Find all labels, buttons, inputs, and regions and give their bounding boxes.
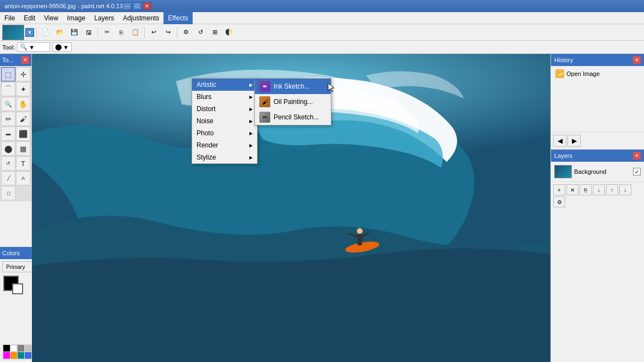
title-bar: anton-repponen-99506.jpg - paint.net 4.0… [0,0,644,12]
settings-button[interactable]: ⚙ [179,26,193,39]
palette-orange[interactable] [10,352,17,359]
distort-arrow: ▶ [249,107,253,112]
tool-gradient[interactable]: ▦ [16,141,30,156]
pencil-sketch-label: Pencil Sketch... [274,113,319,121]
tool-magic-wand[interactable]: ✦ [16,82,30,96]
tool-rectangle-select[interactable]: ⬚ [1,67,15,81]
layers-panel-header: Layers ✕ [551,150,644,162]
toolbar-extra: ⚙ ↺ ⊞ 🌓 [179,26,236,39]
tool-fill[interactable]: ⬤ [1,141,15,156]
toolbox-close-button[interactable]: ✕ [21,56,29,64]
tool-text[interactable]: T [16,156,30,171]
history-close-button[interactable]: ✕ [633,56,641,64]
toolbar-separator [36,27,37,38]
close-button[interactable]: ✕ [143,2,151,10]
menu-item-artistic[interactable]: Artistic ▶ [192,79,257,91]
undo-history-button[interactable]: ◀ [553,135,566,147]
delete-layer-button[interactable]: ✕ [566,184,578,195]
layer-properties-button[interactable]: ⚙ [553,196,565,207]
move-layer-down-button[interactable]: ↓ [619,184,631,195]
palette-silver[interactable] [25,345,31,352]
menu-item-stylize[interactable]: Stylize ▶ [192,151,257,163]
menu-item-distort[interactable]: Distort ▶ [192,103,257,115]
refresh-button[interactable]: ↺ [194,26,207,39]
tool-line[interactable]: ╱ [1,171,15,185]
tool-selector[interactable]: 🔍 ▼ [17,42,50,52]
layer-visibility-check[interactable]: ✓ [633,168,641,175]
tool-move[interactable]: ✛ [16,67,30,81]
save-button[interactable]: 💾 [68,26,81,39]
tool-shapes[interactable]: A [16,171,30,185]
palette-white[interactable] [10,345,17,352]
toolbar-separator-2 [97,27,98,38]
add-layer-button[interactable]: + [553,184,565,195]
menu-image[interactable]: Image [63,12,90,24]
history-panel: History ✕ 📂 Open Image ◀ ▶ [551,54,644,150]
palette-gray[interactable] [18,345,24,352]
menu-effects[interactable]: Effects [163,12,192,24]
color-adj-button[interactable]: 🌓 [222,26,236,39]
current-tool-dropdown[interactable]: ▼ [29,44,35,51]
submenu-oil-painting[interactable]: 🖌 Oil Painting... [255,94,331,109]
redo-button[interactable]: ↪ [161,26,174,39]
palette-fuchsia[interactable] [3,352,10,359]
tool-lasso[interactable]: ⌒ [1,82,15,96]
menu-file[interactable]: File [0,12,19,24]
color-swatches [3,276,19,291]
copy-button[interactable]: ⎘ [114,26,128,39]
dropdown-arrow[interactable]: ▼ [25,28,34,37]
palette-royalblue[interactable] [25,352,31,359]
tool-size-dropdown[interactable]: ▼ [63,44,69,51]
palette-black[interactable] [3,345,10,352]
tool-pan[interactable]: ✋ [16,97,30,111]
redo-history-button[interactable]: ▶ [567,135,581,147]
tool-paintbrush[interactable]: 🖌 [16,112,30,126]
save-all-button[interactable]: 🖫 [82,26,95,39]
tool-selection-shapes[interactable]: ◻ [1,186,15,200]
history-item-label: Open Image [566,70,600,77]
new-button[interactable]: 📄 [39,26,52,39]
palette-darkcyan[interactable] [18,352,24,359]
submenu-ink-sketch[interactable]: ✒ Ink Sketch... [255,79,331,94]
tool-recolor[interactable]: ↺ [1,156,15,171]
photo-arrow: ▶ [249,131,253,136]
secondary-swatch[interactable] [12,283,23,294]
merge-layer-button[interactable]: ↓ [593,184,605,195]
cut-button[interactable]: ✂ [100,26,113,39]
submenu-pencil-sketch[interactable]: ✏ Pencil Sketch... [255,109,331,125]
tool-eraser[interactable]: ▬ [1,127,15,141]
menu-adjustments[interactable]: Adjustments [118,12,163,24]
menu-item-photo[interactable]: Photo ▶ [192,127,257,139]
main-area: To... ✕ ⬚ ✛ ⌒ ✦ 🔍 ✋ ✏ 🖌 ▬ ⬛ ⬤ ▦ ↺ T ╱ A … [0,54,644,362]
maximize-button[interactable]: □ [133,2,141,10]
open-button[interactable]: 📂 [53,26,67,39]
canvas-area[interactable]: Artistic ▶ Blurs ▶ Distort ▶ Noise ▶ Pho… [32,54,550,362]
menu-edit[interactable]: Edit [19,12,40,24]
paste-button[interactable]: 📋 [129,26,142,39]
menu-item-blurs[interactable]: Blurs ▶ [192,91,257,103]
undo-button[interactable]: ↩ [147,26,160,39]
menu-item-render[interactable]: Render ▶ [192,139,257,151]
layers-controls: + ✕ ⎘ ↓ ↑ ↓ ⚙ [551,182,644,210]
toolbar: ▼ 📄 📂 💾 🖫 ✂ ⎘ 📋 ↩ ↪ ⚙ ↺ ⊞ 🌓 [0,24,644,41]
layers-content: Background ✓ [551,162,644,182]
window-controls[interactable]: — □ ✕ [123,2,151,10]
menu-item-noise[interactable]: Noise ▶ [192,115,257,127]
grid-button[interactable]: ⊞ [208,26,221,39]
minimize-button[interactable]: — [123,2,132,10]
primary-swatch[interactable] [3,276,19,291]
layer-item-background[interactable]: Background ✓ [553,164,642,179]
menu-view[interactable]: View [40,12,63,24]
tool-zoom[interactable]: 🔍 [1,97,15,111]
tool-pencil[interactable]: ✏ [1,112,15,126]
tool-clone-stamp[interactable]: ⬛ [16,127,30,141]
tool-size-selector[interactable]: ⬤ ▼ [52,42,72,52]
history-item-open-image[interactable]: 📂 Open Image [553,68,642,79]
artistic-submenu: ✒ Ink Sketch... 🖌 Oil Painting... ✏ Penc… [254,78,331,125]
layers-close-button[interactable]: ✕ [633,152,641,160]
duplicate-layer-button[interactable]: ⎘ [580,184,592,195]
menu-layers[interactable]: Layers [90,12,118,24]
move-layer-up-button[interactable]: ↑ [606,184,618,195]
pencil-sketch-icon: ✏ [259,112,270,123]
colors-panel-title: Colors [2,250,20,256]
